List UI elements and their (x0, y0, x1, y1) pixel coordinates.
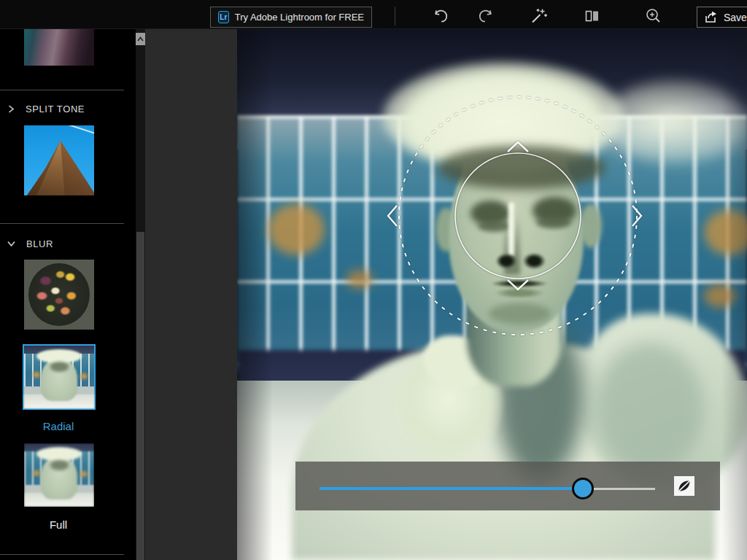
blur-option-radial-label[interactable]: Radial (0, 420, 117, 432)
blur-option-radial-thumbnail[interactable] (23, 344, 96, 410)
scroll-up-button[interactable] (136, 33, 145, 45)
top-toolbar: Lr Try Adobe Lightroom for FREE (0, 0, 747, 29)
save-label: Save (724, 12, 747, 23)
thumbnail-detail (58, 125, 94, 134)
blur-option-full-thumbnail[interactable] (24, 443, 94, 507)
thumbnail-detail (24, 346, 94, 408)
sidebar-scrollbar[interactable] (136, 29, 145, 560)
statue-nostrils (487, 246, 557, 276)
statue-hat-shadow (438, 146, 605, 190)
blur-preview-thumbnail[interactable] (24, 260, 94, 330)
blur-option-full-label[interactable]: Full (0, 518, 117, 531)
before-after-compare-icon[interactable] (582, 6, 603, 26)
blur-invert-button[interactable] (674, 476, 694, 496)
app-window: Lr Try Adobe Lightroom for FREE (0, 0, 747, 560)
thumbnail-detail (33, 470, 40, 476)
split-tone-preview-thumbnail[interactable] (24, 125, 94, 195)
thumbnail-detail (36, 349, 81, 363)
chevron-down-icon (6, 238, 17, 249)
blur-amount-slider-handle[interactable] (572, 478, 594, 499)
zoom-in-icon[interactable] (643, 6, 663, 26)
statue-mouth (480, 277, 559, 298)
chevron-right-icon (6, 104, 16, 114)
slider-track-filled[interactable] (320, 487, 583, 490)
blur-leaf-icon (676, 478, 692, 494)
try-lightroom-button[interactable]: Lr Try Adobe Lightroom for FREE (210, 7, 372, 28)
auto-enhance-icon[interactable] (528, 6, 549, 26)
toolbar-divider (395, 7, 395, 26)
thumbnail-detail (50, 460, 69, 470)
previous-section-thumbnail[interactable] (24, 29, 94, 66)
share-export-icon (704, 10, 718, 24)
section-header-blur[interactable]: BLUR (0, 236, 135, 252)
lightroom-logo-icon: Lr (218, 11, 229, 23)
section-header-split-tone[interactable]: SPLIT TONE (0, 101, 135, 117)
section-label: SPLIT TONE (26, 104, 85, 114)
panel-background (145, 29, 237, 560)
thumbnail-detail (80, 373, 88, 379)
redo-icon[interactable] (476, 6, 497, 26)
section-divider (0, 90, 124, 90)
thumbnail-detail (28, 263, 90, 326)
section-divider (0, 554, 124, 555)
scrollbar-thumb[interactable] (136, 232, 144, 560)
photo-canvas[interactable] (237, 29, 747, 560)
statue-eye (536, 217, 571, 228)
section-divider (0, 223, 124, 224)
statue-chin (489, 303, 551, 324)
undo-icon[interactable] (430, 6, 450, 26)
photo-detail (704, 284, 736, 308)
thumbnail-detail (24, 443, 94, 507)
chevron-up-icon (136, 35, 144, 44)
photo-detail (268, 204, 325, 255)
try-lightroom-label: Try Adobe Lightroom for FREE (235, 12, 364, 23)
blur-slider-panel (295, 462, 720, 510)
thumbnail-detail (33, 372, 40, 378)
photo-detail (347, 270, 373, 289)
statue-shadow (595, 343, 704, 474)
save-button[interactable]: Save (697, 7, 747, 28)
statue-hat (602, 80, 747, 164)
section-label: BLUR (26, 238, 53, 249)
effects-sidebar: SPLIT TONE BLUR (0, 29, 135, 560)
